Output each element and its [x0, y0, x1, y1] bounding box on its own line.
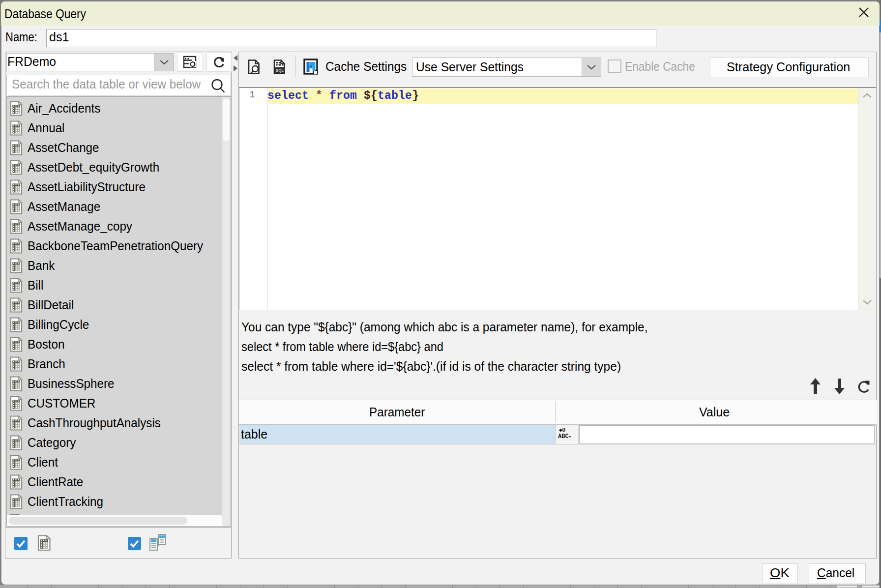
svg-text:SQL: SQL: [276, 68, 284, 73]
